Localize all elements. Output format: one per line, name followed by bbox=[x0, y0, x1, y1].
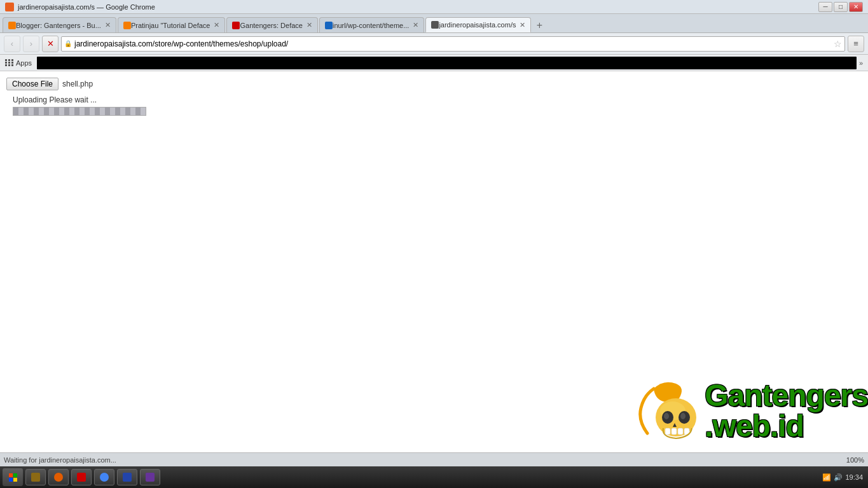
tray-network-icon: 📶 bbox=[822, 473, 831, 482]
taskbar-item-firefox[interactable] bbox=[48, 469, 69, 485]
page-body: Choose File shell.php Uploading Please w… bbox=[0, 71, 868, 122]
tab-label-1: Blogger: Gantengers - Bu... bbox=[16, 22, 101, 29]
status-bar: Waiting for jardineropaisajista.com... 1… bbox=[0, 452, 868, 466]
tab-label-5: jardineropaisajista.com/s bbox=[439, 21, 516, 29]
browser-tab-1[interactable]: Blogger: Gantengers - Bu... ✕ bbox=[3, 17, 116, 32]
nav-bar: ‹ › ✕ 🔒 ☆ ≡ bbox=[0, 33, 868, 55]
chrome-icon bbox=[100, 473, 109, 482]
system-tray: 📶 🔊 19:34 bbox=[820, 473, 865, 482]
upload-status-text: Uploading Please wait ... bbox=[13, 95, 862, 104]
svg-rect-7 bbox=[672, 428, 677, 435]
windows-logo-icon bbox=[9, 473, 17, 482]
bookmarks-bar: Apps » bbox=[0, 55, 868, 71]
maximize-button[interactable]: □ bbox=[834, 2, 848, 12]
tab-close-2[interactable]: ✕ bbox=[214, 21, 219, 29]
upload-progress-bar bbox=[13, 107, 146, 116]
bookmark-bar-items bbox=[37, 57, 857, 69]
tab-favicon-1 bbox=[8, 22, 16, 29]
gantengers-line2: .web.id bbox=[705, 411, 868, 442]
svg-rect-8 bbox=[678, 428, 683, 435]
page-content: Choose File shell.php Uploading Please w… bbox=[0, 71, 868, 452]
svg-point-5 bbox=[680, 413, 685, 419]
apps-label: Apps bbox=[16, 59, 32, 67]
forward-button[interactable]: › bbox=[23, 36, 39, 52]
tab-close-3[interactable]: ✕ bbox=[307, 21, 312, 29]
flash-icon bbox=[77, 473, 86, 482]
browser-tab-3[interactable]: Gantengers: Deface ✕ bbox=[226, 17, 317, 32]
apps-grid-icon bbox=[5, 59, 14, 66]
apps-button[interactable]: Apps bbox=[5, 59, 32, 67]
system-clock: 19:34 bbox=[845, 473, 863, 481]
tab-close-4[interactable]: ✕ bbox=[413, 21, 418, 29]
tab-close-1[interactable]: ✕ bbox=[105, 21, 111, 29]
tab-favicon-3 bbox=[232, 22, 240, 29]
notepad-icon bbox=[123, 473, 132, 482]
svg-rect-6 bbox=[665, 428, 670, 435]
close-button[interactable]: ✕ bbox=[849, 2, 863, 12]
zoom-level: 100% bbox=[846, 456, 864, 464]
taskbar-item-notepad[interactable] bbox=[117, 469, 137, 485]
choose-file-button[interactable]: Choose File bbox=[6, 78, 59, 90]
gantengers-branding: Gantengers .web.id bbox=[705, 380, 868, 442]
tab-label-4: inurl/wp-content/theme... bbox=[333, 22, 409, 29]
tab-favicon-4 bbox=[325, 22, 333, 29]
address-bar-container[interactable]: 🔒 ☆ bbox=[61, 36, 845, 52]
settings-button[interactable]: ≡ bbox=[848, 36, 864, 52]
taskbar: 📶 🔊 19:34 bbox=[0, 466, 868, 488]
taskbar-item-flash[interactable] bbox=[71, 469, 92, 485]
tab-bar: Blogger: Gantengers - Bu... ✕ Pratinjau … bbox=[0, 14, 868, 33]
files-icon bbox=[31, 473, 40, 482]
tray-volume-icon: 🔊 bbox=[834, 473, 843, 482]
media-icon bbox=[146, 473, 155, 482]
browser-window: jardineropaisajista.com/s — Google Chrom… bbox=[0, 0, 868, 488]
status-right: 100% bbox=[846, 456, 864, 464]
firefox-icon bbox=[54, 473, 63, 482]
file-input-row: Choose File shell.php bbox=[6, 78, 862, 90]
taskbar-item-files[interactable] bbox=[25, 469, 46, 485]
progress-bar-fill bbox=[13, 108, 146, 115]
title-bar: jardineropaisajista.com/s — Google Chrom… bbox=[0, 0, 868, 14]
address-input[interactable] bbox=[74, 39, 834, 48]
taskbar-item-chrome[interactable] bbox=[94, 469, 114, 485]
minimize-button[interactable]: ─ bbox=[818, 2, 832, 12]
nav-right-buttons: ≡ bbox=[848, 36, 864, 52]
gantengers-line1: Gantengers bbox=[705, 380, 868, 411]
browser-tab-2[interactable]: Pratinjau "Tutorial Deface ✕ bbox=[118, 17, 226, 32]
bookmarks-more-icon[interactable]: » bbox=[859, 59, 863, 67]
tab-favicon-2 bbox=[123, 22, 131, 29]
skull-icon bbox=[628, 376, 705, 446]
status-text: Waiting for jardineropaisajista.com... bbox=[4, 456, 846, 464]
window-controls: ─ □ ✕ bbox=[818, 2, 863, 12]
reload-button[interactable]: ✕ bbox=[42, 36, 59, 52]
taskbar-item-media[interactable] bbox=[140, 469, 160, 485]
watermark: Gantengers .web.id bbox=[628, 376, 868, 446]
start-button[interactable] bbox=[3, 468, 23, 486]
browser-tab-5[interactable]: jardineropaisajista.com/s ✕ bbox=[425, 17, 531, 32]
tab-close-5[interactable]: ✕ bbox=[520, 21, 525, 29]
tab-favicon-5 bbox=[431, 21, 439, 29]
address-icon: 🔒 bbox=[64, 40, 72, 47]
new-tab-button[interactable]: + bbox=[532, 18, 546, 32]
tab-label-3: Gantengers: Deface bbox=[240, 22, 302, 29]
browser-tab-4[interactable]: inurl/wp-content/theme... ✕ bbox=[319, 17, 424, 32]
svg-point-4 bbox=[664, 413, 669, 419]
file-name-display: shell.php bbox=[62, 80, 93, 88]
browser-icon bbox=[5, 3, 14, 11]
back-button[interactable]: ‹ bbox=[4, 36, 20, 52]
bookmark-star-icon[interactable]: ☆ bbox=[834, 39, 842, 49]
window-title: jardineropaisajista.com/s — Google Chrom… bbox=[18, 3, 818, 11]
tab-label-2: Pratinjau "Tutorial Deface bbox=[131, 22, 210, 29]
